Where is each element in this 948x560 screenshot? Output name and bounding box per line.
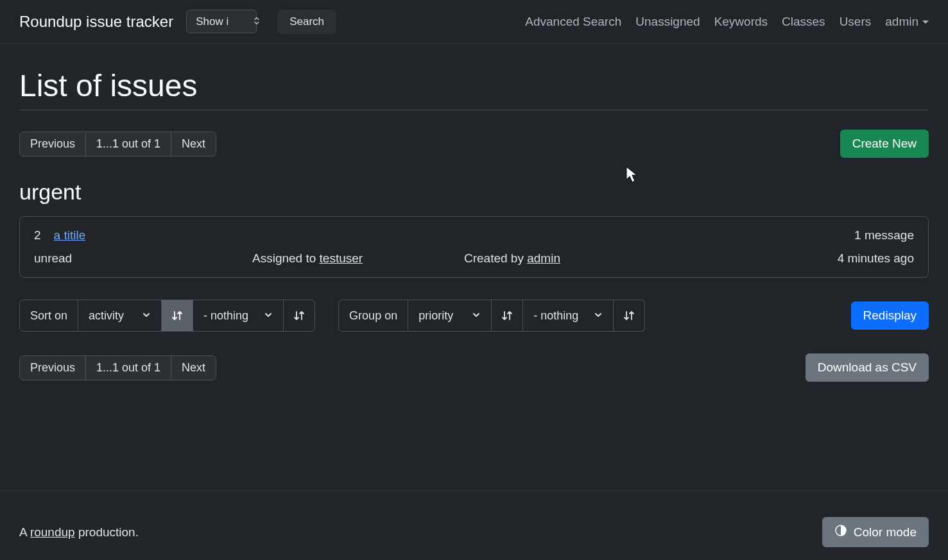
nav-links: Advanced Search Unassigned Keywords Clas… bbox=[525, 15, 929, 29]
footer-prefix: A bbox=[19, 525, 30, 539]
sort-label: Sort on bbox=[19, 300, 78, 332]
sort-arrows-icon bbox=[293, 309, 306, 322]
sort-arrows-icon bbox=[623, 309, 635, 322]
group-dir-2[interactable] bbox=[614, 300, 645, 332]
issue-id: 2 bbox=[34, 228, 41, 242]
sort-arrows-icon bbox=[171, 309, 184, 322]
assigned-user-link[interactable]: testuser bbox=[320, 251, 363, 265]
footer-roundup-link[interactable]: roundup bbox=[30, 525, 75, 539]
issue-card: 2 a titile 1 message unread Assigned to … bbox=[19, 216, 929, 278]
show-select-wrap: Show i bbox=[186, 10, 267, 33]
nav-classes[interactable]: Classes bbox=[782, 15, 825, 29]
group-field-2[interactable]: - nothing bbox=[523, 300, 614, 332]
download-csv-button[interactable]: Download as CSV bbox=[806, 353, 929, 382]
sort-field-2[interactable]: - nothing bbox=[193, 300, 284, 332]
page-title: List of issues bbox=[19, 68, 929, 103]
search-button[interactable]: Search bbox=[277, 10, 336, 34]
next-button-bottom[interactable]: Next bbox=[171, 355, 216, 380]
group-by-group: Group on priority - nothing bbox=[338, 300, 645, 332]
half-circle-icon bbox=[834, 524, 847, 540]
next-button[interactable]: Next bbox=[171, 132, 216, 157]
sort-field-1[interactable]: activity bbox=[78, 300, 162, 332]
nav-unassigned[interactable]: Unassigned bbox=[635, 15, 700, 29]
footer-text: A roundup production. bbox=[19, 525, 139, 539]
color-mode-label: Color mode bbox=[854, 525, 917, 539]
prev-button[interactable]: Previous bbox=[19, 132, 86, 157]
controls-bar: Sort on activity - nothing Group on prio… bbox=[19, 300, 929, 332]
prev-button-bottom[interactable]: Previous bbox=[19, 355, 86, 380]
issue-assigned: Assigned to testuser bbox=[252, 251, 464, 266]
topbar: Previous 1...1 out of 1 Next Create New bbox=[19, 130, 929, 158]
navbar: Roundup issue tracker Show i Search Adva… bbox=[0, 0, 948, 44]
chevron-down-icon bbox=[472, 310, 481, 321]
issue-status: unread bbox=[34, 251, 252, 266]
divider bbox=[19, 110, 929, 110]
issue-created: Created by admin bbox=[464, 251, 838, 266]
pagination-top: Previous 1...1 out of 1 Next bbox=[19, 132, 216, 157]
page-range-bottom[interactable]: 1...1 out of 1 bbox=[86, 355, 171, 380]
group-label: Group on bbox=[338, 300, 408, 332]
sort-field-2-value: - nothing bbox=[203, 309, 248, 323]
brand-title[interactable]: Roundup issue tracker bbox=[19, 13, 173, 31]
group-dir-1[interactable] bbox=[492, 300, 523, 332]
issue-row-top: 2 a titile 1 message bbox=[34, 228, 914, 242]
page-range[interactable]: 1...1 out of 1 bbox=[86, 132, 171, 157]
footer: A roundup production. Color mode bbox=[0, 491, 948, 560]
assigned-label: Assigned to bbox=[252, 251, 320, 265]
sort-group: Sort on activity - nothing bbox=[19, 300, 315, 332]
footer-suffix: production. bbox=[75, 525, 139, 539]
sort-dir-1[interactable] bbox=[162, 300, 193, 332]
issue-message-count: 1 message bbox=[854, 228, 914, 242]
group-field-1[interactable]: priority bbox=[408, 300, 492, 332]
created-label: Created by bbox=[464, 251, 527, 265]
sort-arrows-icon bbox=[501, 309, 513, 322]
pagination-bottom: Previous 1...1 out of 1 Next bbox=[19, 355, 216, 380]
nav-keywords[interactable]: Keywords bbox=[714, 15, 768, 29]
color-mode-button[interactable]: Color mode bbox=[822, 517, 929, 547]
group-field-2-value: - nothing bbox=[533, 309, 578, 323]
nav-users[interactable]: Users bbox=[840, 15, 872, 29]
bottombar: Previous 1...1 out of 1 Next Download as… bbox=[19, 353, 929, 382]
nav-user-menu[interactable]: admin bbox=[885, 15, 929, 29]
group-field-1-value: priority bbox=[418, 309, 453, 323]
nav-advanced-search[interactable]: Advanced Search bbox=[525, 15, 621, 29]
main: List of issues Previous 1...1 out of 1 N… bbox=[0, 44, 948, 429]
chevron-down-icon bbox=[264, 310, 273, 321]
chevron-down-icon bbox=[142, 310, 151, 321]
sort-field-1-value: activity bbox=[89, 309, 124, 323]
chevron-down-icon bbox=[594, 310, 603, 321]
issue-row-bottom: unread Assigned to testuser Created by a… bbox=[34, 251, 914, 266]
create-new-button[interactable]: Create New bbox=[840, 130, 929, 158]
created-user-link[interactable]: admin bbox=[527, 251, 560, 265]
sort-dir-2[interactable] bbox=[284, 300, 315, 332]
issue-time: 4 minutes ago bbox=[838, 251, 914, 266]
issue-title-link[interactable]: a titile bbox=[54, 228, 86, 242]
redisplay-button[interactable]: Redisplay bbox=[851, 301, 929, 330]
group-heading: urgent bbox=[19, 180, 929, 205]
show-select[interactable]: Show i bbox=[186, 10, 257, 33]
